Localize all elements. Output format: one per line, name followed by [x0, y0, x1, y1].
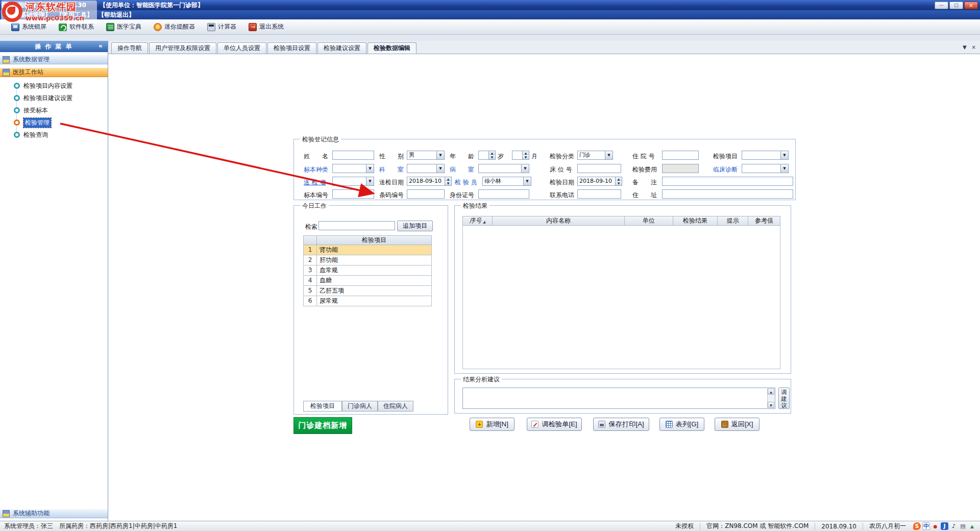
today-work-groupbox: 今日工作 检索 追加项目 检验项目 1肾功能 2肝功能 3血常规 4血糖 5乙肝…	[293, 205, 448, 415]
sidebar-item-test-item-content[interactable]: 检验项目内容设置	[14, 81, 72, 91]
phone-label: 联系电话	[550, 191, 574, 199]
pull-advice-button[interactable]: 调建议	[778, 388, 790, 409]
advice-groupbox: 结果分析建议 调建议	[454, 379, 791, 414]
record-dot-icon[interactable]: ●	[932, 522, 939, 530]
sidebar-group-medtech-station[interactable]: 医技工作站	[0, 67, 108, 77]
search-input[interactable]	[318, 221, 395, 230]
test-date-spinner[interactable]: 2018-09-10	[577, 177, 622, 186]
toolbar-exit-system-button[interactable]: 退出系统	[246, 21, 287, 33]
toolbar-mini-reminder-button[interactable]: 迷你提醒器	[151, 21, 198, 33]
system-tray: S 中 ● J ♪ ▤ ▲	[913, 522, 976, 530]
outpatient-new-record-button[interactable]: 门诊建档新增	[293, 417, 352, 434]
today-tab-outpatient[interactable]: 门诊病人	[342, 401, 378, 412]
arrow-up-icon[interactable]: ▲	[968, 522, 976, 530]
gender-select[interactable]: 男	[407, 151, 445, 160]
col-参考值[interactable]: 参考值	[748, 216, 780, 225]
table-row[interactable]: 3血常规	[303, 266, 432, 276]
calculator-icon	[207, 23, 215, 31]
tab-operation-nav[interactable]: 操作导航	[111, 42, 148, 54]
age-year-stepper[interactable]	[478, 151, 496, 160]
today-tab-test-items[interactable]: 检验项目	[303, 401, 342, 412]
col-检验结果[interactable]: 检验结果	[673, 216, 718, 225]
window-unit-info: 【使用单位：智能医学院第一门诊部】	[100, 1, 204, 10]
sidebar-group-system-assist[interactable]: 系统辅助功能	[0, 509, 108, 518]
sidebar-item-accept-specimen[interactable]: 接受标本	[14, 105, 48, 115]
close-button[interactable]: ×	[964, 2, 978, 9]
ward-label: 病 室	[450, 165, 474, 174]
col-单位[interactable]: 单位	[625, 216, 673, 225]
remark-input[interactable]	[662, 177, 793, 186]
printer-icon	[598, 421, 605, 428]
specimen-type-select[interactable]	[332, 164, 374, 173]
bed-no-input[interactable]	[577, 164, 621, 173]
send-date-spinner[interactable]: 2018-09-10	[407, 177, 452, 186]
specimen-no-label: 标本编号	[304, 191, 328, 199]
dept-value	[407, 164, 436, 173]
idcard-input[interactable]	[478, 189, 529, 199]
category-select[interactable]: 门诊	[577, 151, 613, 160]
test-item-select[interactable]	[742, 151, 789, 160]
sidebar-group-system-data[interactable]: 系统数据管理	[0, 55, 108, 64]
specimen-no-input[interactable]	[332, 189, 374, 199]
menu-help-exit[interactable]: 【帮助退出】	[97, 11, 136, 19]
sidebar-collapse-button[interactable]: «	[97, 42, 105, 51]
table-row[interactable]: 2肝功能	[303, 255, 432, 266]
tab-test-advice-setting[interactable]: 检验建议设置	[317, 42, 366, 54]
barcode-input[interactable]	[407, 189, 445, 199]
sidebar-item-test-item-advice[interactable]: 检验项目建议设置	[14, 93, 72, 103]
append-item-button[interactable]: 追加项目	[397, 221, 433, 231]
table-row[interactable]: 5乙肝五项	[303, 286, 432, 296]
tab-unit-staff[interactable]: 单位人员设置	[217, 42, 266, 54]
minimize-button[interactable]: —	[935, 2, 948, 9]
table-row[interactable]: 1肾功能	[303, 245, 432, 255]
toolbar-label: 计算器	[218, 22, 236, 31]
table-list-button[interactable]: 表列[G]	[659, 418, 704, 431]
age-month-unit-label: 月	[531, 152, 537, 160]
today-tab-inpatient[interactable]: 住院病人	[378, 401, 413, 412]
advice-textarea[interactable]	[462, 388, 775, 409]
ward-select[interactable]	[478, 164, 529, 173]
exit-icon	[249, 23, 257, 31]
sender-select[interactable]	[332, 177, 374, 186]
maximize-button[interactable]: □	[949, 2, 963, 9]
tab-close-icon[interactable]: ×	[972, 44, 976, 50]
registration-group-title: 检验登记信息	[300, 135, 341, 144]
name-input[interactable]	[332, 151, 374, 160]
toolbar-calculator-button[interactable]: 计算器	[204, 21, 239, 33]
col-内容名称[interactable]: 内容名称	[493, 216, 625, 225]
test-date-label: 检验日期	[550, 178, 574, 186]
sound-icon[interactable]: ♪	[950, 522, 958, 530]
age-month-stepper[interactable]	[512, 151, 529, 160]
table-row[interactable]: 6尿常规	[303, 296, 432, 306]
tab-test-data-edit[interactable]: 检验数据编辑	[368, 42, 416, 54]
sidebar-item-test-manage[interactable]: 检验管理	[14, 117, 51, 128]
table-row[interactable]: 4血糖	[303, 276, 432, 286]
stepper-arrows-icon	[488, 151, 495, 159]
phone-input[interactable]	[577, 189, 621, 199]
save-print-button[interactable]: 保存打印[A]	[593, 418, 649, 431]
address-input[interactable]	[662, 189, 793, 199]
return-button[interactable]: 返回[X]	[715, 418, 760, 431]
tab-list-dropdown-icon[interactable]: ▼	[963, 44, 967, 50]
diagnosis-select[interactable]	[742, 164, 789, 173]
keyboard-icon[interactable]: ▤	[959, 522, 967, 530]
tab-test-item-setting[interactable]: 检验项目设置	[267, 42, 316, 54]
col-提示[interactable]: 提示	[718, 216, 748, 225]
inpatient-no-label: 住 院 号	[632, 152, 655, 160]
chinese-input-icon[interactable]: 中	[922, 522, 930, 530]
toolbar-medical-book-button[interactable]: 医学宝典	[103, 21, 144, 33]
new-button[interactable]: 新增[N]	[470, 418, 514, 431]
tab-user-rights[interactable]: 用户管理及权限设置	[149, 42, 216, 54]
tester-select[interactable]: 徐小林	[482, 177, 531, 186]
sogou-input-icon[interactable]: S	[913, 522, 921, 530]
chevron-down-icon	[521, 164, 529, 173]
dept-select[interactable]	[407, 164, 445, 173]
inpatient-no-input[interactable]	[662, 151, 699, 160]
toolbar-label: 迷你提醒器	[164, 22, 195, 31]
sidebar-item-test-query[interactable]: 检验查询	[14, 130, 48, 140]
advice-scrollbar[interactable]	[767, 389, 774, 408]
ime-j-icon[interactable]: J	[941, 522, 948, 530]
item-column-header: 检验项目	[317, 236, 431, 245]
col-序号[interactable]: 序号	[463, 216, 493, 225]
pull-order-button[interactable]: 调检验单[E]	[527, 418, 582, 431]
